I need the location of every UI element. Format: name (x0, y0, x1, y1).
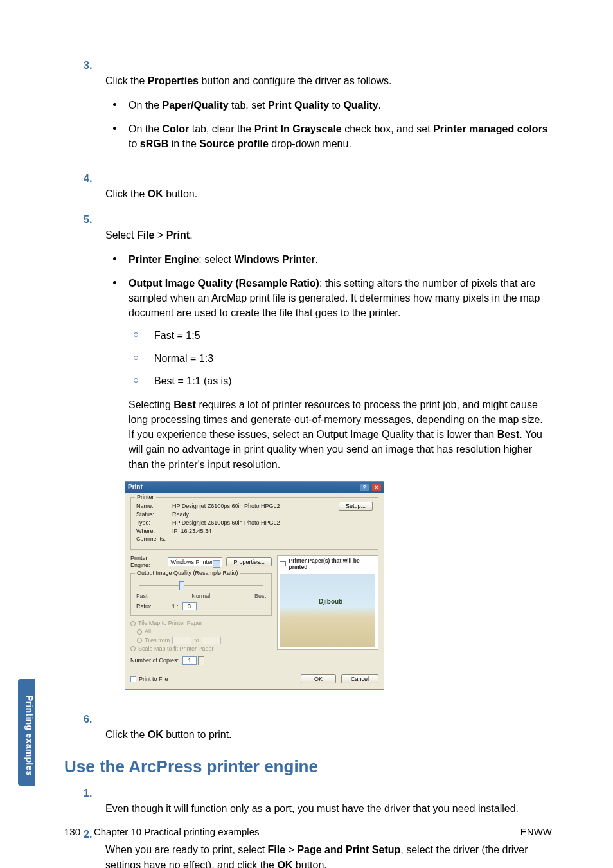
page-footer: 130 Chapter 10 Practical printing exampl… (64, 826, 552, 837)
tile-to-input (202, 637, 221, 644)
lbl: to (194, 637, 199, 644)
t: Output Image Quality (Resample Ratio) (129, 278, 319, 289)
lbl: Normal (191, 593, 210, 600)
t: . (190, 230, 192, 240)
lbl: Print to File (139, 676, 168, 683)
step-6-num: 6. (84, 712, 105, 727)
close-icon[interactable]: × (372, 484, 381, 491)
help-icon[interactable]: ? (360, 484, 369, 491)
paragraph: Selecting Best requires a lot of printer… (129, 397, 549, 472)
t: to (329, 100, 343, 111)
side-tab: Printing examples (18, 679, 35, 786)
lbl: Tiles from (145, 637, 170, 644)
properties-button[interactable]: Properties... (226, 557, 272, 566)
bullet: On the Paper/Quality tab, set Print Qual… (129, 98, 549, 113)
lbl: Printer Paper(s) that will be printed (288, 557, 376, 571)
t: check box, and set (342, 123, 433, 134)
bullet: Printer Engine: select Windows Printer. (129, 252, 549, 267)
radio-icon (130, 646, 136, 651)
bullet: On the Color tab, clear the Print In Gra… (129, 122, 549, 151)
lbl: All (145, 628, 151, 635)
t: Properties (148, 75, 199, 86)
dialog-titlebar[interactable]: Print ? × (125, 482, 384, 493)
lbl: Printer Engine: (130, 555, 164, 569)
radio-icon (137, 629, 142, 635)
t: to (129, 138, 140, 149)
t: Select (105, 230, 137, 240)
cancel-button[interactable]: Cancel (341, 674, 378, 683)
ok-button[interactable]: OK (301, 674, 336, 683)
step-6: 6. Click the OK button to print. (105, 712, 552, 743)
t: File (137, 230, 155, 240)
map-label: Djibouti (319, 598, 342, 606)
print-to-file-checkbox[interactable] (130, 676, 136, 682)
circle-item: Normal = 1:3 (154, 351, 549, 366)
t: in the (168, 138, 199, 149)
setup-button[interactable]: Setup... (339, 502, 373, 511)
t: Click the (105, 729, 148, 740)
slider-thumb-icon[interactable] (179, 581, 184, 590)
step-3-num: 3. (84, 58, 105, 73)
copies-stepper[interactable]: 1 (182, 656, 204, 665)
lbl: Fast (136, 593, 148, 600)
val: HP Designjet Z6100ps 60in Photo HPGL2 (172, 503, 280, 510)
lbl: Ratio: (136, 603, 152, 610)
lbl: Where: (136, 528, 172, 535)
val: HP Designjet Z6100ps 60in Photo HPGL2 (172, 520, 280, 527)
t: > (285, 844, 297, 855)
spinner-arrows-icon[interactable] (198, 656, 204, 665)
quality-slider[interactable] (136, 580, 266, 592)
t: On the (129, 123, 162, 134)
t: Source profile (199, 138, 269, 149)
t: Print Quality (268, 100, 329, 111)
radio-icon (137, 638, 142, 643)
t: button. (292, 860, 326, 868)
t: button and configure the driver as follo… (199, 75, 392, 86)
t: tab, clear the (189, 123, 254, 134)
t: Page and Print Setup (297, 844, 400, 855)
map-preview-icon: Djibouti (280, 574, 375, 647)
t: Selecting (129, 399, 173, 410)
t: Click the (105, 75, 148, 86)
ratio-input[interactable]: 3 (182, 602, 197, 611)
num: 1. (84, 786, 105, 801)
section-heading: Use the ArcPress printer engine (64, 757, 552, 777)
step-5-num: 5. (84, 212, 105, 228)
dialog-title: Print (128, 484, 143, 491)
t: button to print. (163, 729, 232, 740)
lbl: Best (254, 593, 266, 600)
t: Quality (343, 100, 378, 111)
t: Print (166, 230, 190, 240)
legend: Output Image Quality (Resample Ratio) (135, 570, 240, 577)
lbl: Scale Map to fit Printer Paper (138, 646, 214, 653)
t: : select (199, 254, 234, 265)
t: Click the (105, 188, 148, 199)
t: Paper/Quality (162, 100, 228, 111)
t: Printer Engine (129, 254, 199, 265)
print-dialog: Print ? × Printer Name:HP Designjet Z610… (125, 481, 384, 690)
t: . (378, 100, 381, 111)
circle-item: Best = 1:1 (as is) (154, 374, 549, 388)
val: Ready (172, 511, 189, 518)
lbl: 1 : (172, 603, 179, 610)
lbl: Number of Copies: (130, 657, 179, 664)
circle-item: Fast = 1:5 (154, 328, 549, 343)
t: . (315, 254, 318, 265)
lbl: Comments: (136, 536, 172, 543)
step-b1: 1. Even though it will function only as … (105, 786, 552, 817)
printer-fieldset: Printer Name:HP Designjet Z6100ps 60in P… (130, 497, 378, 550)
page-number: 130 (64, 826, 80, 837)
t: Best (173, 399, 196, 410)
t: Color (162, 123, 189, 134)
step-5: 5. Select File > Print. Printer Engine: … (105, 212, 552, 701)
t: OK (277, 860, 292, 868)
print-preview: Printer Paper(s) that will be printed Ma… (277, 555, 378, 650)
t: Even though it will function only as a p… (105, 801, 549, 817)
lbl: Status: (136, 511, 172, 518)
chapter-title: Chapter 10 Practical printing examples (94, 826, 260, 837)
t: button. (163, 188, 197, 199)
t: Printer managed colors (433, 123, 548, 134)
printer-engine-dropdown[interactable]: Windows Printer (168, 557, 223, 567)
t: Print In Grayscale (254, 123, 342, 134)
t: drop-down menu. (269, 138, 351, 149)
